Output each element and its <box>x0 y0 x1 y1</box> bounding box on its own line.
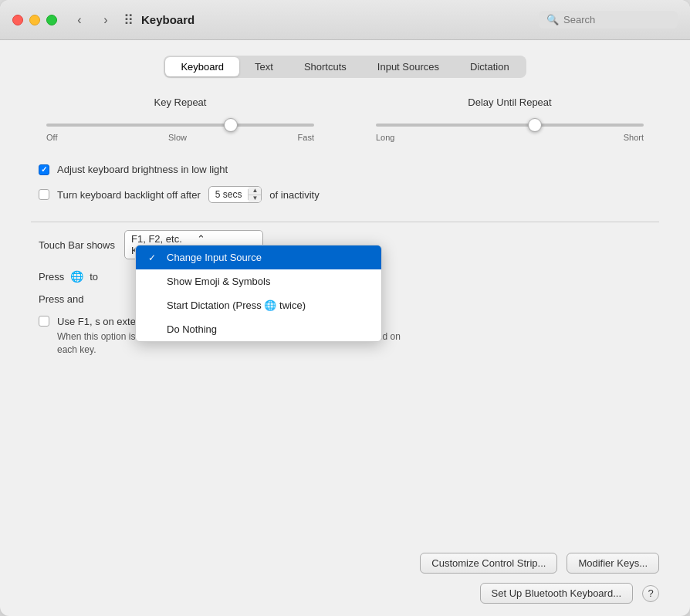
press-label: Press <box>39 271 64 283</box>
window-title: Keyboard <box>141 13 539 26</box>
divider-1 <box>31 222 659 222</box>
key-repeat-track <box>46 116 314 130</box>
key-repeat-off: Off <box>46 133 57 142</box>
tab-shortcuts[interactable]: Shortcuts <box>289 57 362 76</box>
use-f1-text: Use F1, <box>57 316 93 327</box>
dropdown-item-change-input[interactable]: ✓ Change Input Source <box>136 245 381 269</box>
delay-repeat-label: Delay Until Repeat <box>468 96 551 108</box>
minimize-button[interactable] <box>29 15 40 25</box>
checkmark-icon: ✓ <box>148 252 161 263</box>
bottom-buttons-row1: Customize Control Strip... Modifier Keys… <box>420 553 659 574</box>
backlight-off-label: Turn keyboard backlight off after <box>57 189 201 201</box>
dropdown-item-start-dictation[interactable]: Start Dictation (Press 🌐 twice) <box>136 293 381 317</box>
key-repeat-label: Key Repeat <box>154 96 207 108</box>
delay-long: Long <box>376 133 394 142</box>
tab-input-sources[interactable]: Input Sources <box>362 57 455 76</box>
backlight-value: 5 secs <box>209 189 249 200</box>
dropdown-item-do-nothing[interactable]: Do Nothing <box>136 317 381 341</box>
search-box[interactable]: 🔍 <box>539 11 678 29</box>
key-repeat-slider[interactable] <box>46 124 314 127</box>
dropdown-popup: ✓ Change Input Source Show Emoji & Symbo… <box>135 245 382 342</box>
dropdown-item-show-emoji[interactable]: Show Emoji & Symbols <box>136 269 381 293</box>
dropdown-item-label: Do Nothing <box>167 323 217 335</box>
content-area: Keyboard Text Shortcuts Input Sources Di… <box>0 40 690 616</box>
touch-bar-label: Touch Bar shows <box>39 239 115 251</box>
key-repeat-group: Key Repeat Off Slow Fast <box>46 96 314 142</box>
stepper-up[interactable]: ▲ <box>249 187 261 195</box>
dropdown-item-label: Change Input Source <box>167 252 262 263</box>
stepper-down[interactable]: ▼ <box>249 195 261 203</box>
adjust-brightness-label: Adjust keyboard brightness in low light <box>57 164 228 175</box>
key-repeat-fast: Fast <box>298 133 314 142</box>
tab-bar: Keyboard Text Shortcuts Input Sources Di… <box>164 56 526 78</box>
adjust-brightness-row: Adjust keyboard brightness in low light <box>31 164 659 175</box>
backlight-suffix: of inactivity <box>269 189 319 201</box>
customize-button[interactable]: Customize Control Strip... <box>420 553 557 574</box>
close-button[interactable] <box>12 15 23 25</box>
tab-keyboard[interactable]: Keyboard <box>165 57 239 76</box>
press-to-label: to <box>90 271 98 283</box>
backlight-stepper[interactable]: 5 secs ▲ ▼ <box>208 186 262 203</box>
nav-buttons: ‹ › <box>69 12 116 28</box>
titlebar: ‹ › ⠿ Keyboard 🔍 <box>0 0 690 40</box>
stepper-arrows: ▲ ▼ <box>249 187 261 202</box>
app-grid-button[interactable]: ⠿ <box>123 12 134 29</box>
tabs-bar: Keyboard Text Shortcuts Input Sources Di… <box>31 56 659 78</box>
keyboard-preferences-window: ‹ › ⠿ Keyboard 🔍 Keyboard Text Shortcuts… <box>0 0 690 616</box>
use-f1-checkbox[interactable] <box>39 316 49 327</box>
back-button[interactable]: ‹ <box>69 12 90 28</box>
delay-repeat-slider[interactable] <box>376 124 644 127</box>
search-input[interactable] <box>563 14 670 25</box>
delay-repeat-group: Delay Until Repeat Long Short <box>376 96 644 142</box>
traffic-lights <box>12 15 57 25</box>
sliders-section: Key Repeat Off Slow Fast Delay Until Rep… <box>31 96 659 142</box>
fn-desc-line2: each key. <box>57 344 96 355</box>
tab-text[interactable]: Text <box>239 57 289 76</box>
dropdown-item-label: Start Dictation (Press 🌐 twice) <box>167 300 306 311</box>
modifier-keys-button[interactable]: Modifier Keys... <box>567 553 659 574</box>
key-repeat-slow: Slow <box>168 133 187 142</box>
forward-button[interactable]: › <box>96 12 116 28</box>
tab-dictation[interactable]: Dictation <box>455 57 525 76</box>
maximize-button[interactable] <box>46 15 57 25</box>
dropdown-item-label: Show Emoji & Symbols <box>167 276 270 287</box>
backlight-off-checkbox[interactable] <box>39 189 49 200</box>
delay-repeat-track <box>376 116 644 130</box>
bluetooth-keyboard-button[interactable]: Set Up Bluetooth Keyboard... <box>480 583 633 604</box>
backlight-off-row: Turn keyboard backlight off after 5 secs… <box>31 186 659 203</box>
globe-icon: 🌐 <box>70 270 83 283</box>
bottom-buttons-row2: Set Up Bluetooth Keyboard... ? <box>480 583 659 604</box>
adjust-brightness-checkbox[interactable] <box>39 164 49 175</box>
search-icon: 🔍 <box>546 14 559 25</box>
delay-short: Short <box>624 133 644 142</box>
press-and-label: Press and <box>39 293 84 305</box>
help-button[interactable]: ? <box>642 585 659 602</box>
delay-repeat-labels: Long Short <box>376 133 644 142</box>
key-repeat-labels: Off Slow Fast <box>46 133 314 142</box>
